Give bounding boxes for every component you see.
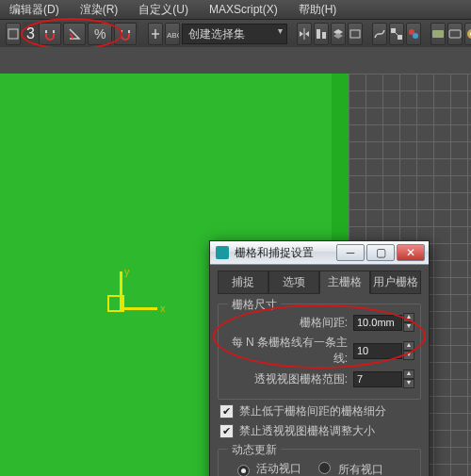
axis-x-label: x xyxy=(160,303,166,314)
mirror-icon[interactable] xyxy=(297,23,312,45)
minimize-button[interactable]: ─ xyxy=(336,244,365,261)
curve-editor-icon[interactable] xyxy=(372,23,387,45)
radio-all-label: 所有视口 xyxy=(338,463,383,476)
dialog-titlebar[interactable]: 栅格和捕捉设置 ─ ▢ ✕ xyxy=(210,241,429,265)
toggle-layer-icon[interactable] xyxy=(348,23,363,45)
radio-active-label: 活动视口 xyxy=(256,462,301,475)
persp-extent-input[interactable] xyxy=(353,371,402,387)
menu-render[interactable]: 渲染(R) xyxy=(74,1,124,19)
main-toolbar: 3 % ABC 创建选择集 xyxy=(0,20,471,49)
named-selection-prev-icon[interactable] xyxy=(148,23,163,45)
snap-magnet-2-icon[interactable] xyxy=(114,23,137,45)
persp-extent-spinner[interactable]: ▲▼ xyxy=(403,369,414,388)
check-persp-resize[interactable]: ✔ 禁止透视视图栅格调整大小 xyxy=(219,423,421,439)
snap-toggle-group: 3 % xyxy=(23,22,138,46)
grid-snap-settings-dialog: 栅格和捕捉设置 ─ ▢ ✕ 捕捉 选项 主栅格 用户栅格 栅格尺寸 栅格间距: … xyxy=(209,240,430,476)
check-subdivide-label: 禁止低于栅格间距的栅格细分 xyxy=(239,403,386,419)
dialog-tabs: 捕捉 选项 主栅格 用户栅格 xyxy=(218,271,421,294)
layers-icon[interactable] xyxy=(331,23,346,45)
svg-rect-10 xyxy=(398,35,402,40)
align-icon[interactable] xyxy=(314,23,329,45)
grid-spacing-input[interactable] xyxy=(353,315,402,331)
tool-btn-1[interactable] xyxy=(6,23,21,45)
tab-options[interactable]: 选项 xyxy=(268,271,319,294)
svg-rect-7 xyxy=(322,32,326,39)
svg-rect-0 xyxy=(8,29,18,39)
checkbox-icon: ✔ xyxy=(219,424,234,438)
axis-origin-icon xyxy=(107,295,124,312)
svg-rect-15 xyxy=(449,30,461,38)
selection-filter-value: 创建选择集 xyxy=(188,26,245,42)
radio-icon xyxy=(237,465,250,476)
menubar: 编辑器(D) 渲染(R) 自定义(U) MAXScript(X) 帮助(H) xyxy=(0,0,471,20)
dialog-title: 栅格和捕捉设置 xyxy=(235,245,331,261)
snap-angle-icon[interactable] xyxy=(63,23,86,45)
svg-rect-8 xyxy=(350,30,360,38)
svg-point-13 xyxy=(413,33,418,39)
material-editor-icon[interactable] xyxy=(406,23,421,45)
menu-maxscript[interactable]: MAXScript(X) xyxy=(203,2,284,17)
grid-size-legend: 栅格尺寸 xyxy=(228,297,281,313)
dialog-body: 捕捉 选项 主栅格 用户栅格 栅格尺寸 栅格间距: ▲▼ 每 N 条栅格线有一条… xyxy=(210,265,429,476)
close-button[interactable]: ✕ xyxy=(397,244,425,261)
snap-magnet-1-icon[interactable] xyxy=(39,23,61,45)
schematic-view-icon[interactable] xyxy=(389,23,404,45)
axis-gizmo[interactable]: y x xyxy=(106,271,162,328)
grid-spacing-spinner[interactable]: ▲▼ xyxy=(403,313,414,332)
axis-y-label: y xyxy=(124,266,130,277)
render-icon[interactable] xyxy=(464,23,471,45)
grid-size-group: 栅格尺寸 栅格间距: ▲▼ 每 N 条栅格线有一条主线: ▲▼ 透视视图栅格范围… xyxy=(218,304,421,400)
named-selection-edit-icon[interactable]: ABC xyxy=(165,23,180,45)
menu-help[interactable]: 帮助(H) xyxy=(293,1,343,19)
selection-filter-dropdown[interactable]: 创建选择集 xyxy=(182,24,287,44)
check-persp-resize-label: 禁止透视视图栅格调整大小 xyxy=(239,423,375,439)
svg-rect-14 xyxy=(432,30,444,38)
nth-line-spinner[interactable]: ▲▼ xyxy=(403,341,414,360)
nth-line-label: 每 N 条栅格线有一条主线: xyxy=(224,335,348,367)
svg-rect-6 xyxy=(317,29,320,39)
render-frame-icon[interactable] xyxy=(447,23,463,45)
checkbox-icon: ✔ xyxy=(219,404,234,419)
menu-editor[interactable]: 编辑器(D) xyxy=(4,1,65,19)
maximize-button[interactable]: ▢ xyxy=(366,244,395,261)
radio-icon xyxy=(318,462,331,474)
tab-snap[interactable]: 捕捉 xyxy=(218,271,268,294)
axis-x-icon xyxy=(120,307,157,310)
radio-all-viewports[interactable]: 所有视口 xyxy=(318,461,382,476)
snap-percent-icon[interactable]: % xyxy=(88,23,112,45)
render-setup-icon[interactable] xyxy=(430,23,446,45)
svg-text:ABC: ABC xyxy=(167,31,179,40)
svg-line-11 xyxy=(396,33,398,35)
menu-customize[interactable]: 自定义(U) xyxy=(133,1,194,19)
snap-number[interactable]: 3 xyxy=(24,25,37,42)
radio-active-viewport[interactable]: 活动视口 xyxy=(237,461,301,476)
tab-user-grid[interactable]: 用户栅格 xyxy=(370,271,421,294)
grid-spacing-label: 栅格间距: xyxy=(300,315,348,331)
svg-rect-9 xyxy=(391,28,396,33)
tab-home-grid[interactable]: 主栅格 xyxy=(319,271,370,294)
check-subdivide[interactable]: ✔ 禁止低于栅格间距的栅格细分 xyxy=(219,403,421,419)
persp-extent-label: 透视视图栅格范围: xyxy=(254,371,348,387)
nth-line-input[interactable] xyxy=(353,343,402,359)
dynamic-update-group: 动态更新 活动视口 所有视口 xyxy=(218,449,421,476)
app-icon xyxy=(216,246,229,259)
dynamic-update-legend: 动态更新 xyxy=(228,442,281,458)
